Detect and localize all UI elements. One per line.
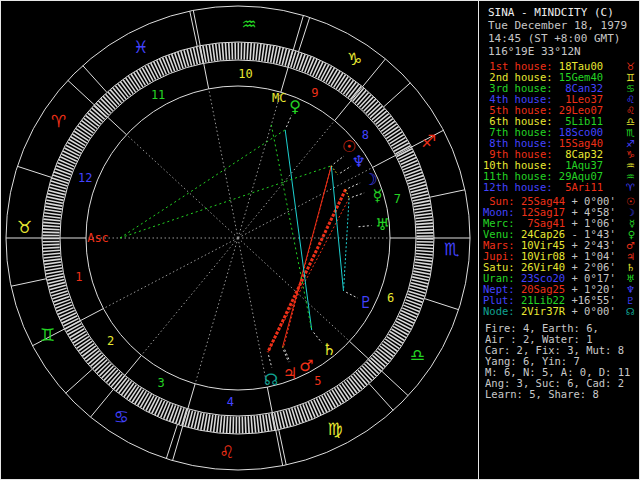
midheaven-label: MC bbox=[272, 91, 286, 105]
house-cusp-inner-line-4 bbox=[195, 238, 238, 384]
libra-sign-icon: ♎ bbox=[626, 116, 635, 127]
house-number-7: 7 bbox=[394, 192, 401, 206]
planet-pointer-venus bbox=[286, 115, 291, 127]
chart-summary: Fire: 4, Earth: 6,Air : 2, Water: 1Car: … bbox=[479, 323, 640, 400]
summary-line-7: Learn: 5, Share: 8 bbox=[479, 389, 640, 400]
house-number-11: 11 bbox=[151, 88, 165, 102]
scorpio-sign-icon: ♏ bbox=[626, 127, 635, 138]
house-number-10: 10 bbox=[238, 67, 252, 81]
scorpio-sign-icon: ♏ bbox=[444, 239, 459, 259]
aspect-line-sun-mars bbox=[284, 166, 332, 347]
house-number-1: 1 bbox=[75, 270, 82, 284]
uranus-icon: ♅ bbox=[626, 273, 635, 284]
gemini-sign-icon: ♊ bbox=[40, 325, 55, 345]
saturn-icon: ♄ bbox=[626, 262, 635, 273]
mars-icon: ♂ bbox=[626, 240, 635, 251]
house-number-3: 3 bbox=[158, 376, 165, 390]
aquarius-sign-icon: ♒ bbox=[626, 171, 635, 182]
house-number-8: 8 bbox=[362, 128, 369, 142]
mars-icon: ♂ bbox=[299, 356, 313, 375]
house-cusp-inner-line-12 bbox=[127, 135, 238, 238]
planet-pointer-neptune bbox=[340, 166, 351, 173]
planet-pointer-node bbox=[269, 355, 272, 368]
sagittarius-sign-icon: ♐ bbox=[626, 138, 635, 149]
aspect-line-sun-pluto bbox=[331, 166, 343, 291]
neptune-icon: ♆ bbox=[352, 152, 366, 171]
sign-boundary-line bbox=[430, 190, 465, 197]
sign-boundary-line bbox=[384, 83, 411, 107]
moon-icon: ☽ bbox=[626, 207, 635, 218]
house-row-12: 12th house:5Ari11♈ bbox=[479, 182, 640, 193]
planet-pointer-jupiter bbox=[284, 350, 289, 362]
house-number-4: 4 bbox=[227, 395, 234, 409]
house-number-12: 12 bbox=[78, 171, 92, 185]
node-icon: ☊ bbox=[264, 370, 278, 389]
venus-icon: ♀ bbox=[628, 229, 635, 240]
aries-sign-icon: ♈ bbox=[51, 111, 66, 131]
virgo-sign-icon: ♍ bbox=[328, 419, 343, 439]
planet-pointer-saturn bbox=[314, 332, 322, 342]
gemini-sign-icon: ♊ bbox=[626, 72, 635, 83]
uranus-icon: ♅ bbox=[375, 215, 389, 234]
house-cusp-inner-line-5 bbox=[238, 238, 267, 387]
aspect-line-moon-mercury bbox=[346, 189, 350, 198]
pisces-sign-icon: ♓ bbox=[133, 37, 148, 57]
leo-sign-icon: ♌ bbox=[219, 442, 234, 462]
house-number-2: 2 bbox=[107, 334, 114, 348]
house-cusp-inner-line-2 bbox=[103, 238, 238, 309]
aspect-line-venus-saturn bbox=[285, 130, 312, 330]
aries-sign-icon: ♈ bbox=[626, 182, 635, 193]
house-cusp-inner-line-8 bbox=[238, 167, 373, 238]
taurus-sign-icon: ♉ bbox=[626, 61, 635, 72]
sign-boundary-line bbox=[279, 430, 286, 465]
sign-boundary-line bbox=[66, 369, 93, 393]
planet-position-list: Sun:25Sag44+ 0°00'☉Moon:12Sag17+ 4°58'☽M… bbox=[479, 196, 640, 317]
sun-icon: ☉ bbox=[626, 196, 635, 207]
node-icon: ☊ bbox=[626, 306, 635, 317]
sign-boundary-line bbox=[17, 166, 51, 177]
chart-time: 14:45 (ST +8:00 GMT) bbox=[479, 32, 640, 45]
house-number-5: 5 bbox=[314, 374, 321, 388]
planet-pointer-sun bbox=[334, 156, 344, 164]
pluto-icon: ♇ bbox=[626, 295, 635, 306]
venus-icon: ♀ bbox=[289, 97, 301, 116]
astrolog-window: 123456789101112♈♉♊♋♌♍♎♏♐♑♒♓☉☽☿♀♂♃♄♅♆♇☊As… bbox=[0, 0, 640, 480]
jupiter-icon: ♃ bbox=[626, 251, 635, 262]
cancer-sign-icon: ♋ bbox=[626, 83, 635, 94]
aspect-line-moon-node bbox=[268, 189, 346, 352]
planet-label: Node: bbox=[483, 306, 515, 317]
planet-motion-value: + 0°00' bbox=[565, 306, 616, 317]
house-cusp-list: 1st house:18Tau00♉2nd house:15Gem40♊3rd … bbox=[479, 61, 640, 193]
ascendant-label: Asc bbox=[87, 231, 109, 245]
house-cusp-inner-line-10 bbox=[238, 92, 281, 238]
libra-sign-icon: ♎ bbox=[410, 345, 425, 365]
house-number-6: 6 bbox=[387, 291, 394, 305]
planet-pointer-moon bbox=[348, 183, 360, 188]
planet-pointer-mercury bbox=[352, 193, 364, 197]
jupiter-icon: ♃ bbox=[283, 364, 297, 383]
sign-boundary-line bbox=[424, 299, 458, 310]
planet-pointer-pluto bbox=[346, 292, 358, 298]
house-label: 12th house: bbox=[483, 182, 553, 193]
sign-boundary-line bbox=[166, 424, 177, 458]
sign-boundary-line bbox=[83, 66, 107, 93]
saturn-icon: ♄ bbox=[322, 340, 336, 359]
info-panel: SINA - MINDCITY (C) Tue December 18, 197… bbox=[478, 1, 640, 479]
house-cusp-value: 5Ari11 bbox=[553, 182, 604, 193]
aquarius-sign-icon: ♒ bbox=[242, 14, 257, 34]
mercury-icon: ☿ bbox=[373, 186, 383, 205]
planet-position-value: 2Vir37R bbox=[515, 306, 566, 317]
aspect-line-mercury-pluto bbox=[343, 198, 349, 291]
aspect-line-asc-venus bbox=[120, 130, 285, 238]
planet-pointer-uranus bbox=[358, 226, 371, 227]
leo-sign-icon: ♌ bbox=[626, 94, 635, 105]
neptune-icon: ♆ bbox=[626, 284, 635, 295]
capricorn-sign-icon: ♑ bbox=[347, 49, 362, 69]
chart-date: Tue December 18, 1979 bbox=[479, 19, 640, 32]
sagittarius-sign-icon: ♐ bbox=[421, 131, 436, 151]
taurus-sign-icon: ♉ bbox=[17, 217, 32, 237]
chart-location: 116°19E 33°12N bbox=[479, 45, 640, 58]
planet-row-node: Node:2Vir37R+ 0°00'☊ bbox=[479, 306, 640, 317]
aquarius-sign-icon: ♒ bbox=[626, 160, 635, 171]
sign-boundary-line bbox=[11, 279, 46, 286]
